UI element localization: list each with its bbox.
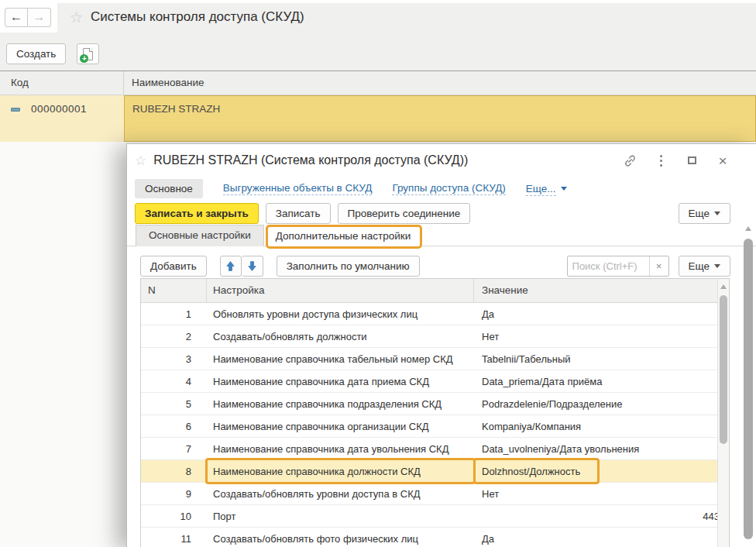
scroll-up-icon [745, 226, 751, 231]
commands-more-button[interactable]: Еще [679, 203, 730, 224]
link-icon[interactable] [623, 153, 637, 167]
close-icon[interactable]: × [716, 153, 730, 167]
create-button[interactable]: Создать [6, 43, 66, 64]
search-box: × [567, 256, 669, 277]
table-row[interactable]: 4 Наименование справочника дата приема С… [141, 370, 729, 393]
arrow-up-icon [226, 261, 235, 271]
table-row[interactable]: 1 Обновлять уровни доступа физических ли… [141, 303, 729, 325]
save-button[interactable]: Записать [266, 203, 331, 224]
arrow-down-icon [248, 261, 256, 271]
column-header-value[interactable]: Значение [474, 279, 729, 302]
table-scrollbar[interactable] [717, 279, 729, 547]
toolbar-more-button[interactable]: Еще [679, 256, 730, 277]
table-row-highlighted[interactable]: 8 Наименование справочника должности СКД… [141, 460, 729, 483]
table-scrollbar-thumb[interactable] [720, 295, 727, 444]
search-clear-icon[interactable]: × [649, 256, 668, 276]
list-header: Код Наименование [0, 71, 756, 95]
column-header-code[interactable]: Код [0, 71, 124, 95]
add-button[interactable]: Добавить [140, 256, 207, 277]
settings-table: N Настройка Значение 1 Обновлять уровни … [140, 278, 730, 547]
dialog-command-bar: Записать и закрыть Записать Проверить со… [127, 200, 756, 224]
column-header-setting[interactable]: Настройка [207, 279, 474, 302]
name-cell: RUBEZH STRAZH [124, 95, 756, 142]
tab-basic-settings[interactable]: Основные настройки [136, 225, 264, 246]
chevron-down-icon [561, 187, 567, 191]
tab-access-groups[interactable]: Группы доступа (СКУД) [392, 182, 505, 195]
search-input[interactable] [568, 260, 649, 272]
forward-button[interactable]: → [28, 8, 51, 27]
move-up-button[interactable] [220, 256, 242, 277]
fill-default-button[interactable]: Заполнить по умолчанию [277, 256, 420, 277]
tab-exported-objects[interactable]: Выгруженные объекты в СКУД [223, 182, 373, 195]
settings-toolbar: Добавить Заполнить по умолчанию × Еще [127, 249, 756, 278]
record-marker-icon [11, 108, 20, 112]
tab-additional-settings-annotated[interactable]: Дополнительные настройки [266, 225, 423, 249]
table-row[interactable]: 7 Наименование справочника дата увольнен… [141, 438, 729, 460]
table-row[interactable]: 9 Создавать/обновлять уровни доступа в С… [141, 483, 729, 505]
dialog-scrollbar[interactable] [743, 226, 754, 545]
table-row[interactable]: 3 Наименование справочника табельный ном… [141, 348, 729, 370]
column-header-name[interactable]: Наименование [124, 71, 756, 95]
create-copy-button[interactable]: + [77, 43, 99, 64]
table-row[interactable]: 10 Порт 443 [141, 505, 729, 528]
history-nav: ← → [0, 2, 57, 33]
list-row-selected[interactable]: 000000001 RUBEZH STRAZH [0, 95, 756, 142]
settings-table-header: N Настройка Значение [141, 279, 729, 303]
page-title: Системы контроля доступа (СКУД) [91, 9, 304, 25]
code-cell: 000000001 [0, 95, 124, 142]
dialog-scrollbar-thumb[interactable] [744, 239, 753, 539]
tab-main[interactable]: Основное [135, 179, 203, 198]
column-header-n[interactable]: N [141, 279, 207, 302]
dialog-titlebar: ☆ RUBEZH STRAZH (Система контроля доступ… [127, 144, 756, 177]
settings-tab-strip: Основные настройки Дополнительные настро… [127, 224, 756, 249]
scroll-up-icon [720, 284, 727, 289]
check-connection-button[interactable]: Проверить соединение [338, 203, 471, 224]
table-row[interactable]: 5 Наименование справочника подразделения… [141, 393, 729, 415]
table-row[interactable]: 2 Создавать/обновлять должности Нет [141, 325, 729, 348]
move-down-button[interactable] [242, 256, 263, 277]
favorite-star-icon[interactable]: ☆ [70, 9, 83, 26]
table-row[interactable]: 6 Наименование справочника организации С… [141, 415, 729, 438]
chevron-down-icon [714, 264, 720, 268]
maximize-icon[interactable] [685, 153, 699, 167]
dialog-nav-tabs: Основное Выгруженные объекты в СКУД Груп… [127, 177, 756, 200]
back-button[interactable]: ← [5, 8, 28, 27]
document-plus-icon: + [83, 48, 93, 60]
list-actionbar: Создать + [6, 43, 99, 64]
save-and-close-button[interactable]: Записать и закрыть [135, 203, 259, 224]
chevron-down-icon [714, 212, 720, 215]
table-row[interactable]: 11 Создавать/обновлять фото физических л… [141, 528, 729, 547]
main-titlebar: ← → ☆ Системы контроля доступа (СКУД) [0, 0, 756, 34]
dialog-favorite-star-icon[interactable]: ☆ [135, 153, 146, 169]
tab-more[interactable]: Еще... [526, 183, 567, 194]
menu-kebab-icon[interactable] [654, 153, 668, 167]
acs-system-dialog: ☆ RUBEZH STRAZH (Система контроля доступ… [126, 143, 756, 547]
dialog-title: RUBEZH STRAZH (Система контроля доступа … [153, 153, 623, 167]
